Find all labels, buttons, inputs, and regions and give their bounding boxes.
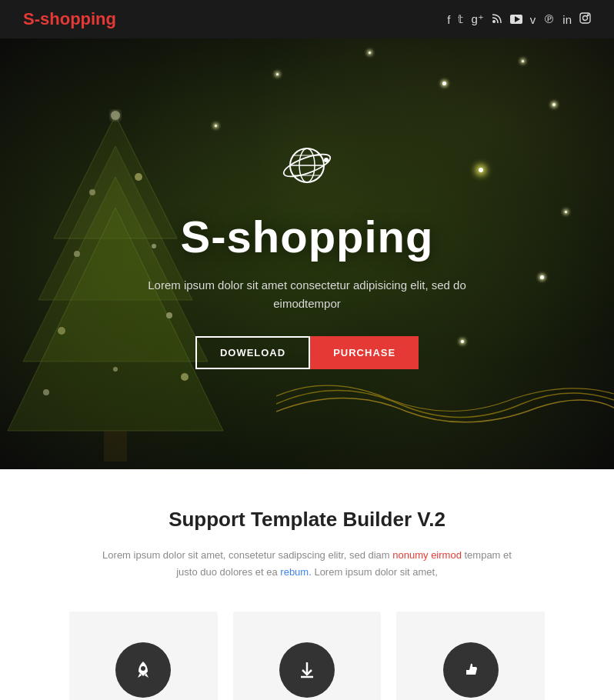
svg-point-17 bbox=[43, 389, 49, 395]
facebook-link[interactable]: f bbox=[447, 13, 450, 26]
star-decoration bbox=[442, 82, 446, 85]
hero-subtitle: Lorem ipsum dolor sit amet consectetur a… bbox=[115, 276, 499, 313]
svg-point-13 bbox=[74, 251, 80, 257]
star-decoration bbox=[461, 340, 464, 343]
hero-section: S-shopping Lorem ipsum dolor sit amet co… bbox=[0, 38, 614, 469]
site-logo: S-shopping bbox=[23, 9, 116, 29]
svg-point-14 bbox=[152, 244, 156, 248]
svg-point-12 bbox=[135, 173, 142, 181]
column-two-icon bbox=[279, 642, 335, 698]
column-three-icon bbox=[443, 642, 499, 698]
rss-link[interactable] bbox=[492, 13, 502, 26]
svg-rect-20 bbox=[104, 431, 127, 462]
pinterest-link[interactable]: ℗ bbox=[543, 12, 555, 26]
section-description: Lorem ipsum dolor sit amet, consetetur s… bbox=[92, 547, 522, 581]
wave-decoration bbox=[276, 369, 614, 438]
vimeo-link[interactable]: v bbox=[530, 13, 536, 26]
column-two: Column two bbox=[233, 612, 382, 700]
svg-point-5 bbox=[587, 15, 589, 16]
svg-point-19 bbox=[113, 367, 118, 372]
svg-point-11 bbox=[89, 189, 95, 195]
hero-buttons: DOWELOAD PURCHASE bbox=[195, 336, 419, 369]
linkedin-link[interactable]: in bbox=[562, 13, 572, 26]
content-section: Support Template Builder V.2 Lorem ipsum… bbox=[0, 469, 614, 700]
download-button[interactable]: DOWELOAD bbox=[195, 336, 310, 369]
youtube-link[interactable] bbox=[510, 13, 522, 26]
svg-point-28 bbox=[141, 666, 145, 671]
site-header: S-shopping f 𝕥 g⁺ v ℗ in bbox=[0, 0, 614, 38]
svg-point-0 bbox=[492, 20, 496, 23]
social-nav: f 𝕥 g⁺ v ℗ in bbox=[447, 12, 591, 26]
svg-point-16 bbox=[166, 312, 172, 318]
svg-point-15 bbox=[58, 327, 65, 335]
googleplus-link[interactable]: g⁺ bbox=[471, 12, 483, 26]
svg-point-27 bbox=[324, 158, 329, 162]
globe-icon bbox=[280, 138, 334, 203]
svg-point-18 bbox=[181, 373, 189, 381]
star-decoration bbox=[276, 73, 279, 75]
twitter-link[interactable]: 𝕥 bbox=[458, 12, 463, 26]
svg-point-10 bbox=[111, 111, 120, 120]
column-one: Column one bbox=[69, 612, 218, 700]
column-three: Column three bbox=[396, 612, 545, 700]
logo-highlight: S bbox=[23, 9, 35, 28]
svg-point-4 bbox=[583, 16, 588, 21]
hero-title: S-shopping bbox=[181, 211, 434, 262]
columns-container: Column one Column two bbox=[46, 612, 568, 700]
column-one-icon bbox=[115, 642, 171, 698]
section-title: Support Template Builder V.2 bbox=[46, 508, 568, 532]
purchase-button[interactable]: PURCHASE bbox=[310, 336, 419, 369]
instagram-link[interactable] bbox=[579, 12, 591, 26]
star-decoration bbox=[369, 52, 371, 54]
